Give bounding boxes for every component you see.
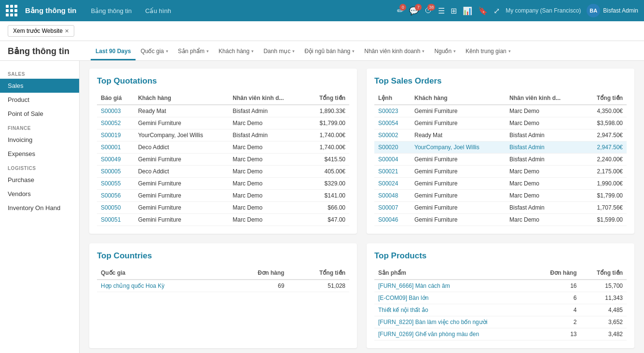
table-icon[interactable]: ⊞ xyxy=(451,6,457,15)
expand-icon[interactable]: ⤢ xyxy=(493,6,500,15)
table-row: S00048 Gemini Furniture Marc Demo $1,799… xyxy=(374,190,627,202)
filter-channel[interactable]: Kênh trung gian ▾ xyxy=(461,45,516,60)
salesperson-cell: Marc Demo xyxy=(506,178,582,190)
customer-cell: Gemini Furniture xyxy=(411,178,506,190)
company-name[interactable]: My company (San Francisco) xyxy=(506,7,581,14)
chart-icon[interactable]: 📊 xyxy=(463,6,472,15)
app-grid-icon[interactable] xyxy=(6,5,17,16)
customer-cell: Ready Mat xyxy=(411,129,506,141)
orders-cell: 69 xyxy=(226,280,288,292)
sidebar-section-finance: FINANCE Invoicing Expenses xyxy=(0,121,79,161)
top-quotations-title: Top Quotations xyxy=(97,76,349,86)
col-total: Tổng tiền xyxy=(583,92,627,105)
total-cell: 1,990.00€ xyxy=(583,178,627,190)
sidebar-item-vendors[interactable]: Vendors xyxy=(0,187,79,201)
total-cell: 2,240.00€ xyxy=(583,154,627,166)
order-link[interactable]: S00046 xyxy=(374,214,411,226)
order-link[interactable]: S00055 xyxy=(97,178,134,190)
salesperson-cell: Bisfast Admin xyxy=(229,105,305,117)
orders-cell: 13 xyxy=(534,328,581,340)
customer-cell: Ready Mat xyxy=(134,105,229,117)
order-link[interactable]: S00024 xyxy=(374,178,411,190)
order-link[interactable]: S00051 xyxy=(97,214,134,226)
table-row: S00051 Gemini Furniture Marc Demo $47.00 xyxy=(97,214,349,226)
order-link[interactable]: S00056 xyxy=(97,190,134,202)
table-row: S00021 Gemini Furniture Marc Demo 2,175.… xyxy=(374,166,627,178)
clock-icon[interactable]: ⏱38 xyxy=(425,6,432,15)
orders-cell: 6 xyxy=(534,292,581,304)
top-sales-orders-table: Lệnh Khách hàng Nhân viên kinh d... Tổng… xyxy=(374,92,627,226)
nav-link-dashboard[interactable]: Bảng thông tin xyxy=(88,5,135,16)
list-icon[interactable]: ☰ xyxy=(438,6,445,15)
salesperson-cell: Marc Demo xyxy=(229,141,305,154)
order-link[interactable]: S00002 xyxy=(374,129,411,141)
filter-category[interactable]: Danh mục ▾ xyxy=(259,45,300,60)
chat-icon[interactable]: 💬7 xyxy=(409,6,419,15)
order-link[interactable]: S00054 xyxy=(374,117,411,129)
customer-cell: Deco Addict xyxy=(134,166,229,178)
col-orders: Đơn hàng xyxy=(226,267,288,280)
customer-cell: Gemini Furniture xyxy=(411,166,506,178)
table-row: S00002 Ready Mat Bisfast Admin 2,947.50€ xyxy=(374,129,627,141)
edit-icon[interactable]: ✏0 xyxy=(397,6,403,15)
order-link[interactable]: S00019 xyxy=(97,129,134,141)
customer-cell: Gemini Furniture xyxy=(134,202,229,214)
order-link[interactable]: S00021 xyxy=(374,166,411,178)
user-menu[interactable]: BA Bisfast Admin xyxy=(587,4,638,17)
preview-label: Xem trước Website xyxy=(13,28,63,34)
order-link[interactable]: S00052 xyxy=(97,117,134,129)
top-products-table: Sản phẩm Đơn hàng Tổng tiền [FURN_6666] … xyxy=(374,267,627,340)
salesperson-cell: Marc Demo xyxy=(229,214,305,226)
sidebar-item-expenses[interactable]: Expenses xyxy=(0,147,79,161)
nav-link-config[interactable]: Cấu hình xyxy=(142,5,174,16)
filter-salesperson[interactable]: Nhân viên kinh doanh ▾ xyxy=(359,45,429,60)
country-link[interactable]: Hợp chủng quốc Hoa Kỳ xyxy=(97,280,226,292)
total-cell: 15,700 xyxy=(581,280,627,292)
order-link[interactable]: S00020 xyxy=(374,141,411,154)
product-link[interactable]: [FURN_0269] Ghế văn phòng màu đen xyxy=(374,328,534,340)
total-cell: $47.00 xyxy=(305,214,349,226)
table-row: Hợp chủng quốc Hoa Kỳ 69 51,028 xyxy=(97,280,349,292)
total-cell: $415.50 xyxy=(305,154,349,166)
order-link[interactable]: S00050 xyxy=(97,202,134,214)
total-cell: 11,343 xyxy=(581,292,627,304)
filter-customer[interactable]: Khách hàng ▾ xyxy=(214,45,259,60)
filter-last-90-days[interactable]: Last 90 Days xyxy=(91,45,136,60)
product-link[interactable]: [FURN_8220] Bàn làm việc cho bốn người xyxy=(374,316,534,328)
filter-country[interactable]: Quốc gia ▾ xyxy=(136,45,173,60)
filter-product[interactable]: Sản phẩm ▾ xyxy=(173,45,214,60)
chevron-down-icon: ▾ xyxy=(352,49,355,54)
total-cell: 2,175.00€ xyxy=(583,166,627,178)
filter-source[interactable]: Nguồn ▾ xyxy=(429,45,461,60)
close-icon[interactable]: ✕ xyxy=(65,28,69,34)
top-products-title: Top Products xyxy=(374,251,627,261)
sidebar-item-purchase[interactable]: Purchase xyxy=(0,173,79,187)
chevron-down-icon: ▾ xyxy=(292,49,295,54)
table-row: S00056 Gemini Furniture Marc Demo $141.0… xyxy=(97,190,349,202)
order-link[interactable]: S00005 xyxy=(97,166,134,178)
order-link[interactable]: S00049 xyxy=(97,154,134,166)
sidebar-item-product[interactable]: Product xyxy=(0,93,79,107)
order-link[interactable]: S00004 xyxy=(374,154,411,166)
order-link[interactable]: S00048 xyxy=(374,190,411,202)
sidebar-item-invoicing[interactable]: Invoicing xyxy=(0,133,79,147)
sidebar-item-inventory[interactable]: Inventory On Hand xyxy=(0,201,79,215)
total-cell: 1,890.33€ xyxy=(305,105,349,117)
bookmark-icon[interactable]: 🔖 xyxy=(478,6,488,15)
product-link[interactable]: Thiết kế nội thất ảo xyxy=(374,304,534,316)
order-link[interactable]: S00001 xyxy=(97,141,134,154)
total-cell: 2,947.50€ xyxy=(583,129,627,141)
filter-sales-team[interactable]: Đội ngũ bán hàng ▾ xyxy=(300,45,359,60)
table-row: S00001 Deco Addict Marc Demo 1,740.00€ xyxy=(97,141,349,154)
col-total: Tổng tiền xyxy=(305,92,349,105)
sidebar-item-sales[interactable]: Sales xyxy=(0,79,79,93)
preview-website-button[interactable]: Xem trước Website ✕ xyxy=(8,25,74,37)
sidebar-item-point-of-sale[interactable]: Point of Sale xyxy=(0,107,79,121)
order-link[interactable]: S00023 xyxy=(374,105,411,117)
total-cell: $66.00 xyxy=(305,202,349,214)
product-link[interactable]: [E-COM09] Bàn lớn xyxy=(374,292,534,304)
product-link[interactable]: [FURN_6666] Màn cách âm xyxy=(374,280,534,292)
total-cell: 2,947.50€ xyxy=(583,141,627,154)
order-link[interactable]: S00003 xyxy=(97,105,134,117)
order-link[interactable]: S00007 xyxy=(374,202,411,214)
